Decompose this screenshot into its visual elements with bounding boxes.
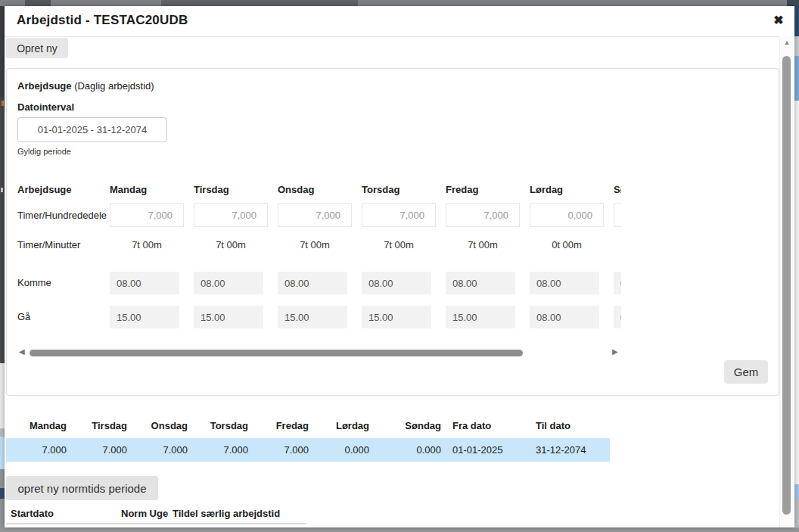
- background-right-segment: [794, 6, 799, 36]
- summary-cell: 7.000: [67, 438, 127, 462]
- minutes-value: 0t 00m: [530, 239, 604, 250]
- komme-input[interactable]: [362, 272, 431, 294]
- arbejdsuge-panel: Arbejdsuge (Daglig arbejdstid) Datointer…: [6, 68, 779, 396]
- komme-input[interactable]: [278, 272, 347, 294]
- komme-input[interactable]: [446, 272, 515, 294]
- day-column-soendag-clipped: Søndag: [614, 175, 621, 335]
- modal-title: Arbejdstid - TESTAC20UDB: [17, 13, 188, 28]
- scroll-right-icon[interactable]: ▶: [612, 347, 618, 356]
- week-table-scroll-area: Arbejdsuge Timer/Hundrededele Timer/Minu…: [17, 175, 621, 335]
- background-left-fragment: [2, 101, 4, 106]
- datointerval-label: Datointerval: [17, 101, 74, 113]
- arbejdstid-modal: Arbejdstid - TESTAC20UDB ✖ Opret ny ▲ Ar…: [5, 6, 794, 527]
- day-header: Mandag: [110, 184, 147, 195]
- summary-header: Søndag: [369, 420, 441, 432]
- summary-header: Fredag: [248, 420, 309, 432]
- minutes-value: 7t 00m: [446, 239, 520, 250]
- summary-header: Onsdag: [127, 420, 188, 432]
- section-title-bold: Arbejdsuge: [17, 80, 72, 92]
- hundredths-input[interactable]: [362, 203, 436, 227]
- gyldig-periode-label: Gyldig periode: [17, 147, 71, 156]
- komme-input[interactable]: [194, 272, 263, 294]
- hundredths-input[interactable]: [530, 203, 604, 227]
- vertical-scrollbar[interactable]: ▲: [779, 36, 793, 527]
- komme-input[interactable]: [614, 272, 621, 294]
- background-right-segment: [794, 484, 799, 498]
- hundredths-input[interactable]: [278, 203, 352, 227]
- summary-header: Fra dato: [452, 420, 532, 432]
- day-column-torsdag: Torsdag 7t 00m: [362, 175, 437, 335]
- timer-minutter-label: Timer/Minutter: [17, 239, 80, 250]
- gaa-input[interactable]: [110, 306, 179, 328]
- day-column-onsdag: Onsdag 7t 00m: [278, 175, 353, 335]
- summary-header: Torsdag: [188, 420, 248, 432]
- hundredths-input[interactable]: [446, 203, 520, 227]
- gaa-input[interactable]: [278, 306, 347, 328]
- timer-hundrededele-label: Timer/Hundrededele: [17, 210, 107, 221]
- background-top-segment: [25, 0, 51, 6]
- background-right-segment: [794, 36, 799, 56]
- summary-cell: 7.000: [188, 438, 248, 462]
- week-table-corner-label: Arbejdsuge: [17, 184, 72, 195]
- summary-cell: 7.000: [248, 438, 309, 462]
- gaa-input[interactable]: [194, 306, 263, 328]
- summary-header: Lørdag: [309, 420, 369, 432]
- gaa-input[interactable]: [362, 306, 431, 328]
- minutes-value: 7t 00m: [362, 239, 436, 250]
- komme-input[interactable]: [530, 272, 599, 294]
- background-page-bottom-edge: [0, 527, 799, 532]
- background-page-top-edge: [0, 0, 799, 6]
- gem-button[interactable]: Gem: [724, 360, 768, 384]
- vertical-scrollbar-thumb[interactable]: [782, 56, 791, 515]
- background-page-right-edge: [794, 6, 799, 532]
- summary-header: Mandag: [6, 420, 67, 432]
- hundredths-input[interactable]: [194, 203, 268, 227]
- section-title: Arbejdsuge (Daglig arbejdstid): [17, 80, 154, 92]
- background-top-segment: [161, 0, 358, 6]
- day-header: Lørdag: [530, 184, 563, 195]
- opret-ny-normtids-periode-button[interactable]: opret ny normtids periode: [6, 476, 158, 500]
- day-column-tirsdag: Tirsdag 7t 00m: [194, 175, 269, 335]
- gaa-input[interactable]: [446, 306, 515, 328]
- day-header: Tirsdag: [194, 184, 229, 195]
- gaa-input[interactable]: [530, 306, 599, 328]
- date-range-input[interactable]: [17, 117, 167, 142]
- gaa-label: Gå: [17, 311, 30, 322]
- day-header: Fredag: [446, 184, 478, 195]
- day-header: Torsdag: [362, 184, 400, 195]
- komme-input[interactable]: [110, 272, 179, 294]
- summary-cell-til-dato: 31-12-2074: [536, 438, 619, 462]
- summary-cell: 7.000: [127, 438, 188, 462]
- bottom-divider: [6, 523, 306, 524]
- background-left-fragment: [1, 188, 3, 192]
- minutes-value: 7t 00m: [194, 239, 268, 250]
- summary-cell: 0.000: [369, 438, 441, 462]
- opret-ny-button[interactable]: Opret ny: [6, 38, 68, 58]
- day-header: Onsdag: [278, 184, 314, 195]
- startdato-header: Startdato: [11, 508, 54, 519]
- background-right-segment: [794, 56, 799, 101]
- scroll-up-icon[interactable]: ▲: [780, 39, 794, 46]
- summary-cell-fra-dato: 01-01-2025: [452, 438, 532, 462]
- day-column-fredag: Fredag 7t 00m: [446, 175, 521, 335]
- day-column-loerdag: Lørdag 0t 00m: [530, 175, 605, 335]
- horizontal-scrollbar-thumb[interactable]: [30, 350, 523, 356]
- close-icon[interactable]: ✖: [771, 13, 786, 28]
- day-header: Søndag: [614, 184, 621, 195]
- tildel-saerlig-arbejdstid-header: Tildel særlig arbejdstid: [173, 508, 280, 519]
- hundredths-input[interactable]: [110, 203, 184, 227]
- section-title-subtitle: (Daglig arbejdstid): [74, 80, 154, 92]
- hundredths-input[interactable]: [614, 203, 621, 227]
- summary-cell: 7.000: [6, 438, 67, 462]
- background-top-segment: [787, 0, 799, 6]
- summary-header: Tirsdag: [67, 420, 127, 432]
- header-divider: [5, 36, 794, 37]
- gaa-input[interactable]: [614, 306, 621, 328]
- komme-label: Komme: [17, 277, 51, 288]
- scroll-left-icon[interactable]: ◀: [19, 347, 25, 356]
- minutes-value: 7t 00m: [110, 239, 184, 250]
- norm-uge-header: Norm Uge: [121, 508, 168, 519]
- day-column-mandag: Mandag 7t 00m: [110, 175, 185, 335]
- summary-cell: 0.000: [309, 438, 369, 462]
- summary-header: Til dato: [536, 420, 619, 432]
